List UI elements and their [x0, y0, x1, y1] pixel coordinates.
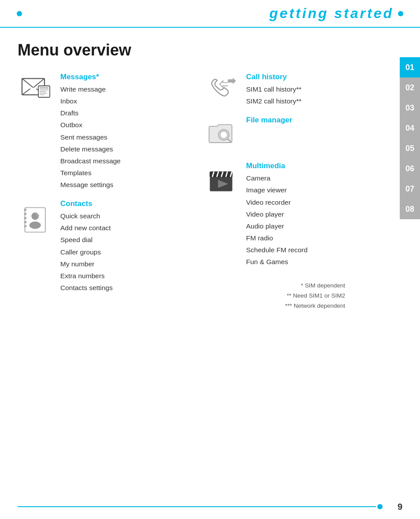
contacts-item-add: Add new contact [60, 222, 181, 234]
file-manager-section: File manager [203, 116, 372, 148]
call-history-item-sim1: SIM1 call history** [246, 83, 372, 95]
svg-rect-13 [24, 213, 27, 215]
contacts-item-quick-search: Quick search [60, 210, 181, 222]
contacts-item-settings: Contacts settings [60, 282, 181, 294]
header-dot-left [17, 11, 22, 16]
svg-rect-9 [40, 93, 47, 94]
svg-point-18 [29, 221, 41, 229]
multimedia-item-schedule-fm: Schedule FM record [246, 244, 372, 256]
messages-item-delete: Delete messages [60, 143, 181, 155]
main-content: Menu overview [0, 28, 420, 324]
multimedia-item-camera: Camera [246, 172, 372, 184]
svg-rect-8 [40, 91, 46, 92]
contacts-icon [18, 199, 55, 294]
messages-item-drafts: Drafts [60, 107, 181, 119]
messages-section: Messages* Write message Inbox Drafts Out… [18, 73, 181, 191]
multimedia-item-image-viewer: Image viewer [246, 184, 372, 196]
footer-note-1: * SIM dependent [203, 281, 345, 291]
page-title: Menu overview [18, 41, 396, 59]
header-dot-right [398, 11, 403, 16]
file-manager-heading: File manager [246, 116, 372, 125]
multimedia-heading: Multimedia [246, 162, 372, 170]
call-history-item-sim2: SIM2 call history** [246, 95, 372, 107]
svg-line-1 [22, 78, 33, 87]
contacts-menu-items: Contacts Quick search Add new contact Sp… [60, 199, 181, 294]
multimedia-item-video-player: Video player [246, 208, 372, 220]
contacts-item-speed-dial: Speed dial [60, 234, 181, 246]
file-manager-icon [203, 116, 241, 148]
contacts-item-my-number: My number [60, 258, 181, 270]
messages-icon [18, 73, 55, 191]
file-manager-menu-items: File manager [246, 116, 372, 148]
contacts-heading: Contacts [60, 199, 181, 208]
messages-item-broadcast: Broadcast message [60, 155, 181, 167]
svg-rect-16 [24, 225, 27, 228]
svg-rect-10 [40, 95, 44, 96]
footer-note-3: *** Network dependent [203, 301, 345, 311]
svg-rect-14 [24, 217, 27, 219]
content-grid: Messages* Write message Inbox Drafts Out… [18, 73, 372, 311]
messages-item-settings: Message settings [60, 179, 181, 191]
contacts-item-caller-groups: Caller groups [60, 246, 181, 258]
messages-item-outbox: Outbox [60, 119, 181, 131]
right-column: Call history SIM1 call history** SIM2 ca… [195, 73, 372, 311]
bottom-line [18, 506, 376, 507]
messages-item-write: Write message [60, 83, 181, 95]
multimedia-menu-items: Multimedia Camera Image viewer Video rec… [246, 162, 372, 268]
call-history-heading: Call history [246, 73, 372, 81]
call-history-menu-items: Call history SIM1 call history** SIM2 ca… [246, 73, 372, 107]
contacts-section: Contacts Quick search Add new contact Sp… [18, 199, 181, 294]
call-history-section: Call history SIM1 call history** SIM2 ca… [203, 73, 372, 107]
multimedia-icon [203, 162, 241, 268]
footer-notes: * SIM dependent ** Need SIM1 or SIM2 ***… [203, 281, 345, 311]
bottom-dot [377, 504, 383, 509]
multimedia-item-video-recorder: Video recorder [246, 196, 372, 208]
messages-item-sent: Sent messages [60, 131, 181, 143]
svg-rect-6 [40, 87, 48, 89]
svg-rect-15 [24, 221, 27, 223]
contacts-item-extra-numbers: Extra numbers [60, 270, 181, 282]
multimedia-item-fun-games: Fun & Games [246, 256, 372, 268]
header-title: getting started [269, 5, 394, 22]
footer-note-2: ** Need SIM1 or SIM2 [203, 291, 345, 301]
svg-point-20 [220, 131, 228, 139]
messages-heading: Messages* [60, 73, 181, 81]
call-history-icon [203, 73, 241, 107]
messages-item-inbox: Inbox [60, 95, 181, 107]
svg-line-3 [22, 89, 30, 95]
header: getting started [0, 0, 420, 28]
multimedia-item-audio-player: Audio player [246, 220, 372, 232]
page-number: 9 [398, 502, 402, 512]
multimedia-section: Multimedia Camera Image viewer Video rec… [203, 162, 372, 268]
left-column: Messages* Write message Inbox Drafts Out… [18, 73, 195, 311]
svg-rect-12 [24, 209, 27, 211]
svg-rect-7 [40, 89, 48, 90]
messages-menu-items: Messages* Write message Inbox Drafts Out… [60, 73, 181, 191]
multimedia-item-fm-radio: FM radio [246, 232, 372, 244]
messages-item-templates: Templates [60, 167, 181, 179]
